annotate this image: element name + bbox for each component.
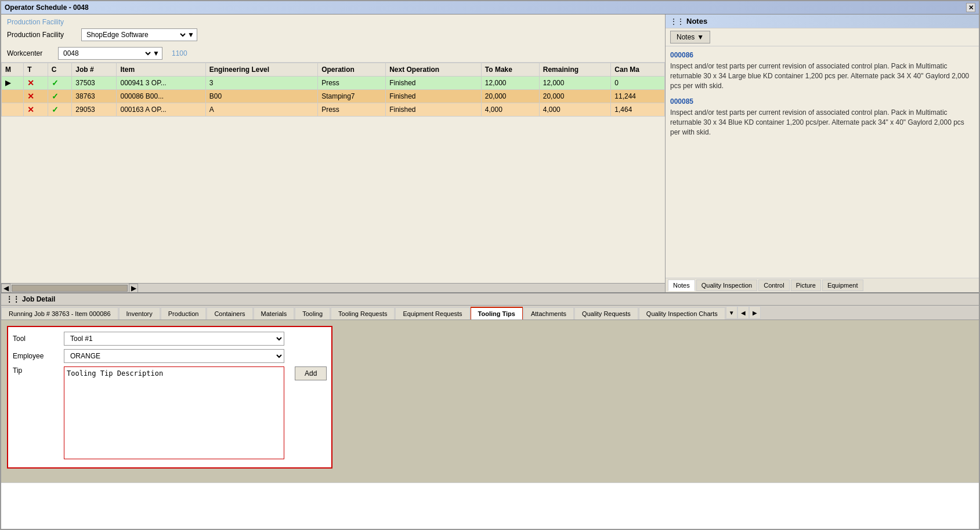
workcenter-dropdown-icon: ▼ bbox=[153, 49, 160, 57]
cell-remaining: 12,000 bbox=[539, 77, 611, 90]
cell-item: 000941 3 OP... bbox=[117, 77, 205, 90]
tab-attachments[interactable]: Attachments bbox=[523, 307, 574, 320]
horizontal-scrollbar[interactable]: ◀ ▶ bbox=[1, 283, 665, 292]
cell-m bbox=[2, 103, 24, 117]
notes-button[interactable]: Notes ▼ bbox=[670, 31, 710, 43]
cell-c: ✓ bbox=[48, 77, 72, 90]
window-title: Operator Schedule - 0048 bbox=[5, 3, 89, 12]
workcenter-number: 1100 bbox=[172, 49, 187, 57]
cell-job: 37503 bbox=[72, 77, 117, 90]
tab-tooling[interactable]: Tooling bbox=[295, 307, 330, 320]
notes-toolbar: Notes ▼ bbox=[666, 28, 979, 46]
scroll-right-btn[interactable]: ▶ bbox=[129, 284, 138, 293]
tab-quality-inspection-charts[interactable]: Quality Inspection Charts bbox=[639, 307, 725, 320]
notes-tab-equipment[interactable]: Equipment bbox=[822, 279, 863, 291]
cell-operation: Press bbox=[318, 77, 386, 90]
note-title-1[interactable]: 000086 bbox=[670, 51, 974, 59]
main-window: Operator Schedule - 0048 ✕ Production Fa… bbox=[0, 0, 980, 530]
tab-next-btn[interactable]: ▶ bbox=[749, 306, 761, 319]
tab-containers[interactable]: Containers bbox=[207, 307, 252, 320]
employee-label: Employee bbox=[13, 352, 59, 360]
cell-m bbox=[2, 90, 24, 103]
workcenter-select-wrapper: 0048 ▼ bbox=[58, 47, 162, 60]
col-eng: Engineering Level bbox=[205, 63, 317, 77]
tab-quality-requests[interactable]: Quality Requests bbox=[574, 307, 638, 320]
add-button[interactable]: Add bbox=[295, 366, 327, 380]
cell-remaining: 4,000 bbox=[539, 103, 611, 117]
notes-tab-control[interactable]: Control bbox=[758, 279, 789, 291]
note-text-1: Inspect and/or test parts per current re… bbox=[670, 61, 974, 90]
tab-inventory[interactable]: Inventory bbox=[119, 307, 160, 320]
bottom-section: ⋮⋮ Job Detail Running Job # 38763 - Item… bbox=[1, 292, 979, 529]
tab-equipment-requests[interactable]: Equipment Requests bbox=[395, 307, 469, 320]
notes-panel-title: Notes bbox=[686, 17, 707, 26]
tip-label: Tip bbox=[13, 366, 59, 375]
notes-tab-quality-inspection[interactable]: Quality Inspection bbox=[696, 279, 757, 291]
tip-textarea[interactable]: Tooling Tip Description bbox=[64, 366, 284, 459]
table-row[interactable]: ✕ ✓ 38763 000086 B00... B00 Stamping7 Fi… bbox=[2, 90, 665, 103]
col-job: Job # bbox=[72, 63, 117, 77]
cell-t: ✕ bbox=[24, 77, 48, 90]
tabs-container: Running Job # 38763 - Item 000086 Invent… bbox=[1, 306, 979, 320]
workcenter-select[interactable]: 0048 bbox=[61, 49, 153, 58]
cell-c: ✓ bbox=[48, 90, 72, 103]
col-remaining: Remaining bbox=[539, 63, 611, 77]
cell-can-make: 0 bbox=[611, 77, 665, 90]
cell-can-make: 11,244 bbox=[611, 90, 665, 103]
table-row[interactable]: ▶ ✕ ✓ 37503 000941 3 OP... 3 Press Finis… bbox=[2, 77, 665, 90]
col-item: Item bbox=[117, 63, 205, 77]
col-operation: Operation bbox=[318, 63, 386, 77]
cell-item: 000163 A OP... bbox=[117, 103, 205, 117]
tab-prev-btn[interactable]: ◀ bbox=[737, 306, 749, 319]
facility-select-wrapper: ShopEdge Software ▼ bbox=[81, 28, 197, 41]
facility-section: Production Facility Production Facility … bbox=[1, 14, 665, 45]
note-title-2[interactable]: 000085 bbox=[670, 97, 974, 106]
cell-job: 29053 bbox=[72, 103, 117, 117]
tab-tooling-requests[interactable]: Tooling Requests bbox=[331, 307, 395, 320]
facility-field-label: Production Facility bbox=[7, 31, 77, 39]
notes-btn-label: Notes bbox=[677, 33, 695, 41]
tool-label: Tool bbox=[13, 335, 59, 343]
scrollbar-thumb[interactable] bbox=[12, 285, 128, 292]
notes-header: ⋮⋮ Notes bbox=[666, 14, 979, 28]
main-content: Production Facility Production Facility … bbox=[1, 14, 979, 292]
tab-content-tooling-tips: Tool Tool #1 Employee ORANGE Tip Tooling… bbox=[1, 320, 979, 482]
tab-production[interactable]: Production bbox=[161, 307, 207, 320]
facility-select[interactable]: ShopEdge Software bbox=[84, 30, 187, 39]
right-panel: ⋮⋮ Notes Notes ▼ 000086 Inspect and/or t… bbox=[666, 14, 979, 292]
cell-t: ✕ bbox=[24, 103, 48, 117]
tab-overflow-btn[interactable]: ▼ bbox=[726, 306, 737, 319]
close-button[interactable]: ✕ bbox=[966, 3, 975, 12]
cell-eng: A bbox=[205, 103, 317, 117]
col-can-make: Can Ma bbox=[611, 63, 665, 77]
tab-running-job[interactable]: Running Job # 38763 - Item 000086 bbox=[1, 307, 118, 320]
cell-to-make: 20,000 bbox=[481, 90, 539, 103]
notes-tab-picture[interactable]: Picture bbox=[791, 279, 821, 291]
tab-materials[interactable]: Materials bbox=[254, 307, 295, 320]
tab-tooling-tips[interactable]: Tooling Tips bbox=[471, 307, 523, 320]
job-detail-icon: ⋮⋮ bbox=[6, 295, 20, 303]
cell-next-op: Finished bbox=[386, 103, 482, 117]
cell-operation: Stamping7 bbox=[318, 90, 386, 103]
scroll-left-btn[interactable]: ◀ bbox=[1, 284, 10, 293]
job-detail-title: Job Detail bbox=[22, 295, 55, 303]
employee-row: Employee ORANGE bbox=[13, 349, 327, 363]
tool-row: Tool Tool #1 bbox=[13, 332, 327, 346]
cell-job: 38763 bbox=[72, 90, 117, 103]
cell-to-make: 4,000 bbox=[481, 103, 539, 117]
table-row[interactable]: ✕ ✓ 29053 000163 A OP... A Press Finishe… bbox=[2, 103, 665, 117]
notes-content: 000086 Inspect and/or test parts per cur… bbox=[666, 46, 979, 278]
cell-to-make: 12,000 bbox=[481, 77, 539, 90]
note-text-2: Inspect and/or test parts per current re… bbox=[670, 108, 974, 137]
workcenter-row: Workcenter 0048 ▼ 1100 bbox=[1, 45, 665, 62]
cell-eng: 3 bbox=[205, 77, 317, 90]
employee-select[interactable]: ORANGE bbox=[64, 349, 284, 363]
facility-link[interactable]: Production Facility bbox=[7, 18, 64, 26]
tool-select[interactable]: Tool #1 bbox=[64, 332, 284, 346]
job-detail-header: ⋮⋮ Job Detail bbox=[1, 293, 979, 306]
schedule-table: M T C Job # Item Engineering Level Opera… bbox=[1, 63, 665, 117]
notes-tab-notes[interactable]: Notes bbox=[668, 279, 695, 291]
cell-eng: B00 bbox=[205, 90, 317, 103]
cell-next-op: Finished bbox=[386, 90, 482, 103]
col-to-make: To Make bbox=[481, 63, 539, 77]
